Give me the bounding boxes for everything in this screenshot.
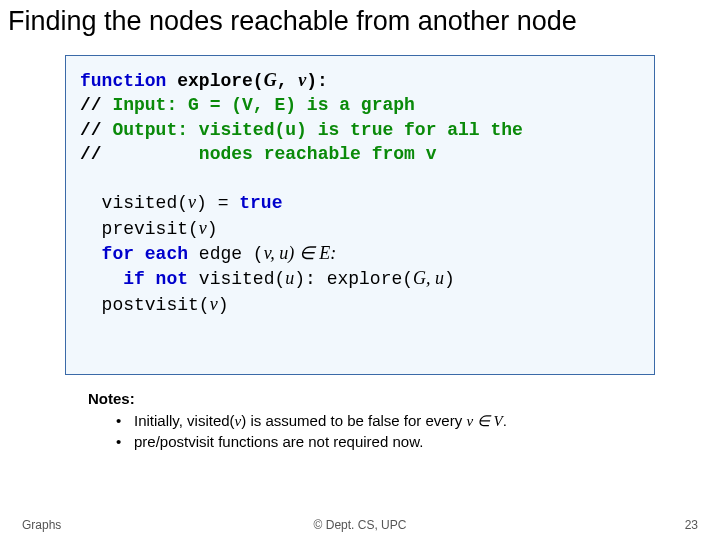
code-line-signature: function explore(G, v): xyxy=(80,68,640,93)
slide: Finding the nodes reachable from another… xyxy=(0,0,720,540)
code-block: function explore(G, v): // Input: G = (V… xyxy=(65,55,655,375)
function-name: explore xyxy=(177,71,253,91)
code-line-for: for each edge (v, u) ∈ E: xyxy=(80,241,640,266)
keyword-for-each: for each xyxy=(102,244,188,264)
keyword-true: true xyxy=(239,193,282,213)
note-item-1: Initially, visited(v) is assumed to be f… xyxy=(116,411,720,431)
note-item-2: pre/postvisit functions are not required… xyxy=(116,432,720,452)
comment-output-2: // nodes reachable from v xyxy=(80,142,640,166)
code-line-if: if not visited(u): explore(G, u) xyxy=(80,266,640,291)
blank-line xyxy=(80,166,640,190)
keyword-function: function xyxy=(80,71,166,91)
notes-section: Notes: Initially, visited(v) is assumed … xyxy=(88,389,720,452)
slide-title: Finding the nodes reachable from another… xyxy=(0,0,720,37)
notes-heading: Notes: xyxy=(88,389,720,409)
footer-center: © Dept. CS, UPC xyxy=(0,518,720,532)
comment-input: // Input: G = (V, E) is a graph xyxy=(80,93,640,117)
keyword-if-not: if not xyxy=(123,269,188,289)
code-line-visited: visited(v) = true xyxy=(80,190,640,215)
footer: Graphs © Dept. CS, UPC 23 xyxy=(0,518,720,532)
code-line-postvisit: postvisit(v) xyxy=(80,292,640,317)
comment-output-1: // Output: visited(u) is true for all th… xyxy=(80,118,640,142)
code-line-previsit: previsit(v) xyxy=(80,216,640,241)
